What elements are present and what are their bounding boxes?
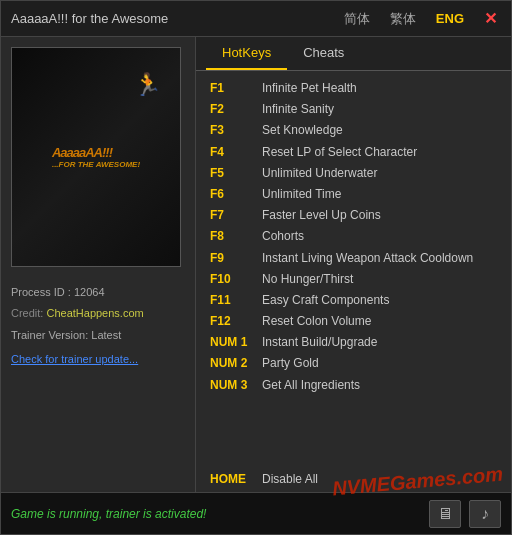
hotkey-action-5: Unlimited Time (262, 185, 341, 204)
hotkey-row: F9Instant Living Weapon Attack Cooldown (210, 249, 497, 268)
hotkey-key-7: F8 (210, 227, 262, 246)
hotkey-row: NUM 2Party Gold (210, 354, 497, 373)
hotkeys-list: F1Infinite Pet HealthF2Infinite SanityF3… (196, 71, 511, 464)
main-content: 🏃 AaaaaAA!!! ...FOR THE AWESOME! Process… (1, 37, 511, 492)
right-panel: HotKeys Cheats F1Infinite Pet HealthF2In… (196, 37, 511, 492)
hotkey-key-1: F2 (210, 100, 262, 119)
music-icon-button[interactable]: ♪ (469, 500, 501, 528)
hotkey-row: F11Easy Craft Components (210, 291, 497, 310)
game-art: 🏃 AaaaaAA!!! ...FOR THE AWESOME! (12, 48, 180, 266)
hotkey-action-11: Reset Colon Volume (262, 312, 371, 331)
window-title: AaaaaA!!! for the Awesome (11, 11, 168, 26)
hotkey-key-13: NUM 2 (210, 354, 262, 373)
hotkey-row: F7Faster Level Up Coins (210, 206, 497, 225)
lang-simplified-chinese[interactable]: 简体 (340, 8, 374, 30)
status-text: Game is running, trainer is activated! (11, 507, 206, 521)
hotkey-key-8: F9 (210, 249, 262, 268)
lang-english[interactable]: ENG (432, 9, 468, 28)
hotkey-row: F3Set Knowledge (210, 121, 497, 140)
hotkey-row: F6Unlimited Time (210, 185, 497, 204)
hotkey-action-1: Infinite Sanity (262, 100, 334, 119)
title-bar: AaaaaA!!! for the Awesome 简体 繁体 ENG ✕ (1, 1, 511, 37)
credit-line: Credit: CheatHappens.com (11, 306, 185, 321)
hotkey-action-14: Get All Ingredients (262, 376, 360, 395)
status-icons: 🖥 ♪ (429, 500, 501, 528)
left-panel: 🏃 AaaaaAA!!! ...FOR THE AWESOME! Process… (1, 37, 196, 492)
hotkey-row: F12Reset Colon Volume (210, 312, 497, 331)
hotkey-key-11: F12 (210, 312, 262, 331)
main-window: AaaaaA!!! for the Awesome 简体 繁体 ENG ✕ 🏃 (0, 0, 512, 535)
credit-label: Credit: (11, 307, 43, 319)
hotkey-row: NUM 3Get All Ingredients (210, 376, 497, 395)
monitor-icon-button[interactable]: 🖥 (429, 500, 461, 528)
hotkey-row: NUM 1Instant Build/Upgrade (210, 333, 497, 352)
process-id: Process ID : 12064 (11, 285, 185, 300)
hotkey-key-2: F3 (210, 121, 262, 140)
hotkey-row: F10No Hunger/Thirst (210, 270, 497, 289)
hotkey-action-9: No Hunger/Thirst (262, 270, 353, 289)
hotkey-row: F5Unlimited Underwater (210, 164, 497, 183)
hotkey-key-14: NUM 3 (210, 376, 262, 395)
home-key: HOME (210, 472, 262, 486)
hotkey-row: F1Infinite Pet Health (210, 79, 497, 98)
hotkey-key-6: F7 (210, 206, 262, 225)
credit-value: CheatHappens.com (46, 307, 143, 319)
hotkey-action-4: Unlimited Underwater (262, 164, 377, 183)
game-logo: 🏃 AaaaaAA!!! ...FOR THE AWESOME! (26, 67, 166, 247)
hotkey-action-10: Easy Craft Components (262, 291, 389, 310)
hotkey-key-3: F4 (210, 143, 262, 162)
hotkey-row: F2Infinite Sanity (210, 100, 497, 119)
info-section: Process ID : 12064 Credit: CheatHappens.… (11, 285, 185, 367)
hotkey-action-2: Set Knowledge (262, 121, 343, 140)
lang-traditional-chinese[interactable]: 繁体 (386, 8, 420, 30)
tabs-bar: HotKeys Cheats (196, 37, 511, 71)
stick-figure-icon: 🏃 (134, 72, 161, 98)
tab-hotkeys[interactable]: HotKeys (206, 37, 287, 70)
version-line: Trainer Version: Latest (11, 328, 185, 343)
hotkey-row: F4Reset LP of Select Character (210, 143, 497, 162)
hotkey-action-0: Infinite Pet Health (262, 79, 357, 98)
hotkey-key-4: F5 (210, 164, 262, 183)
hotkey-key-5: F6 (210, 185, 262, 204)
hotkey-row: F8Cohorts (210, 227, 497, 246)
title-controls: 简体 繁体 ENG ✕ (340, 8, 501, 30)
tab-cheats[interactable]: Cheats (287, 37, 360, 70)
hotkey-key-10: F11 (210, 291, 262, 310)
hotkey-action-7: Cohorts (262, 227, 304, 246)
close-button[interactable]: ✕ (480, 9, 501, 28)
hotkey-action-8: Instant Living Weapon Attack Cooldown (262, 249, 473, 268)
hotkey-action-3: Reset LP of Select Character (262, 143, 417, 162)
hotkey-key-9: F10 (210, 270, 262, 289)
logo-subtitle: ...FOR THE AWESOME! (52, 160, 140, 169)
hotkey-action-13: Party Gold (262, 354, 319, 373)
hotkey-action-6: Faster Level Up Coins (262, 206, 381, 225)
home-action: Disable All (262, 472, 318, 486)
hotkey-action-12: Instant Build/Upgrade (262, 333, 377, 352)
game-image: 🏃 AaaaaAA!!! ...FOR THE AWESOME! (11, 47, 181, 267)
home-section: HOME Disable All (196, 464, 511, 492)
hotkey-key-0: F1 (210, 79, 262, 98)
home-hotkey-row: HOME Disable All (210, 472, 497, 486)
logo-aaaa: AaaaaAA!!! (52, 146, 112, 159)
hotkey-key-12: NUM 1 (210, 333, 262, 352)
status-bar: Game is running, trainer is activated! 🖥… (1, 492, 511, 534)
update-link[interactable]: Check for trainer update... (11, 349, 185, 367)
